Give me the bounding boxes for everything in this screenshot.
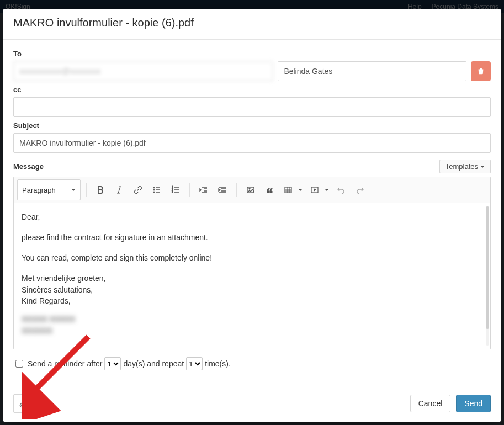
signature-title: XXXXXX [22,326,482,336]
editor-toolbar: Paragraph 123 [14,177,490,203]
italic-button[interactable] [111,182,128,198]
table-icon [284,185,293,194]
outdent-icon [199,185,208,194]
editor-scrollbar[interactable] [486,206,489,346]
svg-text:3: 3 [172,190,173,193]
signature-line: Sincères salutations, [22,285,482,295]
signature-name: XXXXX XXXXX [22,314,482,325]
indent-button[interactable] [214,182,231,198]
outdent-button[interactable] [195,182,212,198]
message-line: You can read, complete and sign this com… [22,253,482,263]
redo-button[interactable] [352,182,368,198]
indent-icon [218,185,227,194]
message-line: please find the contract for signature i… [22,232,482,243]
dialog-body: To cc Subject Message Templates P [3,40,501,386]
undo-button[interactable] [333,182,349,198]
bullet-list-icon [152,185,161,194]
svg-point-7 [249,188,250,189]
rich-text-editor: Paragraph 123 [13,177,491,349]
blockquote-button[interactable] [261,182,278,198]
chevron-down-icon [71,189,76,191]
subject-label: Subject [13,121,491,130]
templates-label: Templates [445,162,478,171]
ordered-list-icon: 123 [171,185,180,194]
attach-button[interactable] [13,394,33,413]
bold-button[interactable] [92,182,109,198]
reminder-days-unit: day(s) and repeat [123,359,184,368]
svg-point-0 [153,187,155,188]
to-name-input[interactable] [278,61,466,81]
cc-label: cc [13,86,491,94]
cc-input[interactable] [13,97,491,117]
reminder-row: Send a reminder after 1 day(s) and repea… [13,357,491,370]
signature-line: Met vriendelijke groeten, [22,273,482,284]
media-icon [310,185,319,194]
signature-line: Kind Regards, [22,296,482,306]
cancel-button[interactable]: Cancel [410,395,451,412]
chevron-down-icon [480,166,485,168]
message-line: Dear, [22,212,482,222]
reminder-times-select[interactable]: 1 [186,357,203,370]
image-icon [246,185,255,194]
undo-icon [337,185,346,194]
reminder-checkbox[interactable] [15,360,23,368]
compose-dialog: MAKRO invulformulier - kopie (6).pdf To … [3,9,501,422]
quote-icon [265,185,274,194]
reminder-days-select[interactable]: 1 [104,357,121,370]
subject-input[interactable] [13,133,491,153]
paragraph-style-select[interactable]: Paragraph [17,179,81,200]
message-label: Message [13,162,44,171]
dialog-footer: Cancel Send [3,386,501,422]
table-button[interactable] [280,182,296,198]
reminder-times-unit: time(s). [205,359,231,368]
link-button[interactable] [130,182,146,198]
to-email-input[interactable] [13,61,273,81]
media-options-button[interactable] [323,182,331,198]
dialog-title: MAKRO invulformulier - kopie (6).pdf [13,17,491,29]
editor-body[interactable]: Dear, please find the contract for signa… [14,203,490,349]
svg-point-1 [153,189,155,190]
bullet-list-button[interactable] [148,182,165,198]
ordered-list-button[interactable]: 123 [167,182,184,198]
image-button[interactable] [242,182,259,198]
trash-icon [477,67,485,75]
italic-icon [115,185,124,194]
svg-rect-8 [285,187,291,193]
paragraph-style-value: Paragraph [22,186,56,194]
dialog-header: MAKRO invulformulier - kopie (6).pdf [3,9,501,40]
paperclip-icon [19,399,28,408]
svg-point-2 [153,192,155,193]
redo-icon [356,185,364,194]
chevron-down-icon [325,189,329,191]
bold-icon [96,185,105,194]
send-button[interactable]: Send [456,395,491,412]
reminder-label-before: Send a reminder after [28,359,102,368]
table-options-button[interactable] [296,182,304,198]
to-label: To [13,50,491,58]
link-icon [134,185,142,194]
chevron-down-icon [298,189,303,191]
media-button[interactable] [306,182,323,198]
remove-recipient-button[interactable] [471,61,491,81]
templates-dropdown[interactable]: Templates [439,160,491,173]
